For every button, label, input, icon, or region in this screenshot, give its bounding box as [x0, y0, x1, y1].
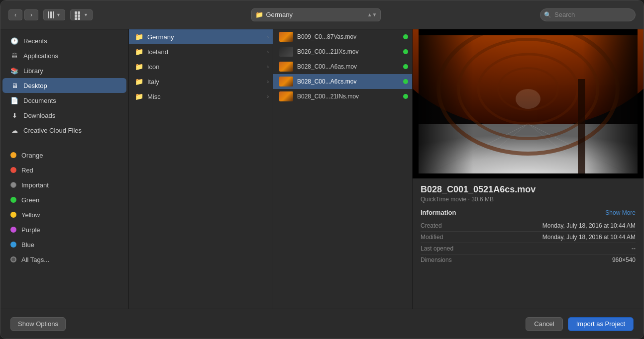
- grid-view-button[interactable]: ▼: [70, 9, 93, 20]
- file-item[interactable]: B009_C0...87Vas.mov: [273, 29, 412, 44]
- import-as-project-button[interactable]: Import as Project: [568, 317, 634, 331]
- svg-point-14: [516, 89, 540, 109]
- show-more-link[interactable]: Show More: [605, 209, 636, 216]
- sidebar-label: Recents: [23, 37, 120, 45]
- file-status-dot: [403, 64, 408, 69]
- orange-tag-dot: [10, 152, 16, 158]
- svg-rect-13: [578, 79, 585, 178]
- sidebar-tag-yellow[interactable]: Yellow: [2, 207, 126, 222]
- back-button[interactable]: ‹: [8, 9, 22, 20]
- sidebar-tag-red[interactable]: Red: [2, 163, 126, 177]
- tag-label: Orange: [21, 152, 120, 159]
- file-thumbnail: [279, 47, 293, 57]
- file-status-dot: [403, 94, 408, 99]
- cancel-button[interactable]: Cancel: [526, 317, 562, 331]
- sidebar-label: Downloads: [23, 112, 120, 119]
- info-value: --: [632, 245, 636, 252]
- folder-name: Italy: [147, 78, 263, 85]
- file-panels: 📁 Germany › 📁 Iceland › 📁 Icon › 📁 Italy: [129, 29, 644, 309]
- file-item-selected[interactable]: B028_C00...A6cs.mov: [273, 74, 412, 89]
- sidebar-item-creative-cloud[interactable]: ☁ Creative Cloud Files: [2, 123, 126, 138]
- info-section-title: Information: [421, 209, 456, 216]
- tag-label: Purple: [21, 226, 120, 234]
- tag-label: Important: [21, 181, 120, 189]
- file-status-dot: [403, 49, 408, 54]
- applications-icon: 🏛: [10, 52, 18, 60]
- tag-label: Green: [21, 196, 120, 204]
- red-tag-dot: [10, 167, 16, 173]
- info-row-last-opened: Last opened --: [421, 243, 636, 254]
- preview-image: [413, 29, 644, 178]
- sidebar-label: Creative Cloud Files: [23, 127, 120, 134]
- location-select[interactable]: Germany Iceland Desktop: [251, 8, 381, 21]
- tag-label: All Tags...: [21, 256, 120, 263]
- sidebar-tag-orange[interactable]: Orange: [2, 148, 126, 163]
- creative-cloud-icon: ☁: [10, 127, 18, 134]
- column-view-button[interactable]: ▼: [43, 9, 65, 20]
- blue-tag-dot: [10, 242, 16, 248]
- file-name: B026_C00...21IXs.mov: [297, 48, 399, 55]
- grid-view-icon: [75, 11, 82, 18]
- sidebar-label: Library: [23, 67, 120, 75]
- file-name: B028_C00...21INs.mov: [297, 93, 399, 100]
- info-row-modified: Modified Monday, July 18, 2016 at 10:44 …: [421, 232, 636, 243]
- forward-button[interactable]: ›: [24, 9, 38, 20]
- sidebar-item-desktop[interactable]: 🖥 Desktop: [2, 78, 126, 93]
- file-item[interactable]: B028_C00...A6as.mov: [273, 59, 412, 74]
- tag-label: Red: [21, 167, 120, 174]
- sidebar-item-library[interactable]: 📚 Library: [2, 63, 126, 78]
- sidebar-tag-purple[interactable]: Purple: [2, 222, 126, 237]
- location-bar: 📁 Germany Iceland Desktop ▲▼: [251, 8, 381, 21]
- info-value: 960×540: [612, 256, 636, 263]
- folder-germany[interactable]: 📁 Germany ›: [129, 29, 273, 44]
- column-view-icon: [48, 11, 54, 18]
- folder-italy[interactable]: 📁 Italy ›: [129, 74, 273, 89]
- file-item[interactable]: B028_C00...21INs.mov: [273, 89, 412, 104]
- sidebar-all-tags[interactable]: All Tags...: [2, 252, 126, 267]
- sidebar-tag-green[interactable]: Green: [2, 192, 126, 207]
- info-header: Information Show More: [421, 209, 636, 216]
- all-tags-dot: [10, 256, 16, 262]
- folder-icon: 📁: [135, 33, 143, 41]
- sidebar-label: Desktop: [23, 82, 120, 89]
- folder-iceland[interactable]: 📁 Iceland ›: [129, 44, 273, 59]
- folder-name: Icon: [147, 63, 263, 71]
- downloads-icon: ⬇: [10, 112, 18, 119]
- info-label: Dimensions: [421, 256, 452, 263]
- folder-misc[interactable]: 📁 Misc ›: [129, 89, 273, 104]
- info-label: Modified: [421, 234, 443, 241]
- preview-svg: [413, 29, 644, 178]
- info-row-created: Created Monday, July 18, 2016 at 10:44 A…: [421, 220, 636, 232]
- file-item[interactable]: B026_C00...21IXs.mov: [273, 44, 412, 59]
- folder-name: Iceland: [147, 48, 263, 56]
- sidebar-label: Applications: [23, 52, 120, 60]
- sidebar-tag-blue[interactable]: Blue: [2, 237, 126, 252]
- sidebar: 🕐 Recents 🏛 Applications 📚 Library 🖥 Des…: [0, 29, 129, 309]
- file-name: B009_C0...87Vas.mov: [297, 33, 399, 40]
- search-input[interactable]: [540, 8, 636, 21]
- important-tag-dot: [10, 182, 16, 188]
- sidebar-label: Documents: [23, 97, 120, 104]
- sidebar-item-downloads[interactable]: ⬇ Downloads: [2, 108, 126, 123]
- folder-icon-item[interactable]: 📁 Icon ›: [129, 59, 273, 74]
- preview-panel: B028_C001_0521A6cs.mov QuickTime movie ·…: [413, 29, 644, 309]
- library-icon: 📚: [10, 67, 18, 75]
- sidebar-item-documents[interactable]: 📄 Documents: [2, 93, 126, 108]
- folders-panel: 📁 Germany › 📁 Iceland › 📁 Icon › 📁 Italy: [129, 29, 273, 309]
- sidebar-item-recents[interactable]: 🕐 Recents: [2, 33, 126, 48]
- info-label: Last opened: [421, 245, 453, 252]
- sidebar-tag-important[interactable]: Important: [2, 177, 126, 192]
- folder-name: Misc: [147, 93, 263, 100]
- folder-icon: 📁: [135, 78, 143, 85]
- svg-rect-16: [419, 173, 638, 178]
- folder-arrow-icon: ›: [267, 79, 269, 85]
- file-thumbnail: [279, 77, 293, 86]
- folder-icon: 📁: [135, 63, 143, 71]
- folder-icon: 📁: [135, 48, 143, 56]
- show-options-button[interactable]: Show Options: [10, 317, 66, 331]
- folder-arrow-icon: ›: [267, 49, 269, 55]
- purple-tag-dot: [10, 227, 16, 233]
- view-chevron-icon: ▼: [56, 12, 61, 17]
- sidebar-item-applications[interactable]: 🏛 Applications: [2, 48, 126, 63]
- preview-filename: B028_C001_0521A6cs.mov: [421, 184, 636, 195]
